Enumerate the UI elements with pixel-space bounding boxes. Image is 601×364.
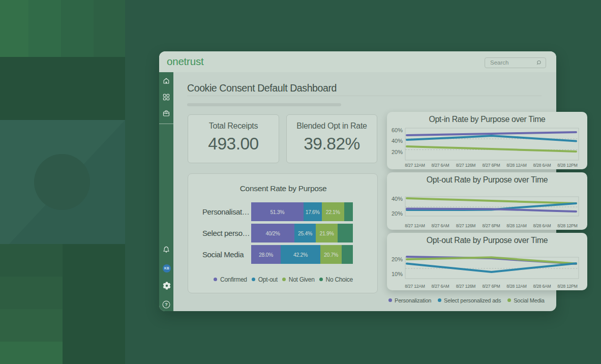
- svg-text:8/27 6AM: 8/27 6AM: [432, 223, 449, 228]
- svg-text:8/27 6AM: 8/27 6AM: [432, 284, 449, 289]
- svg-text:8/27 12AM: 8/27 12AM: [405, 284, 425, 289]
- svg-text:8/27 12AM: 8/27 12AM: [405, 163, 425, 168]
- svg-text:8/28 6AM: 8/28 6AM: [533, 163, 551, 168]
- svg-text:8/28 6AM: 8/28 6AM: [533, 284, 551, 289]
- svg-text:40%: 40%: [392, 138, 403, 144]
- svg-text:8/27 126M: 8/27 126M: [456, 163, 475, 168]
- svg-text:8/28 12AM: 8/28 12AM: [506, 223, 526, 228]
- svg-text:8/27 12AM: 8/27 12AM: [405, 223, 425, 228]
- svg-text:60%: 60%: [392, 127, 403, 133]
- svg-text:8/27 6PM: 8/27 6PM: [483, 163, 500, 168]
- svg-text:8/27 126M: 8/27 126M: [456, 284, 475, 289]
- svg-text:8/27 6PM: 8/27 6PM: [483, 223, 500, 228]
- svg-text:10%: 10%: [392, 271, 403, 277]
- svg-text:?: ?: [165, 301, 168, 307]
- svg-text:8/28 12AM: 8/28 12AM: [506, 163, 526, 168]
- svg-text:8/28 12AM: 8/28 12AM: [506, 284, 526, 289]
- svg-text:8/28 6AM: 8/28 6AM: [533, 223, 551, 228]
- svg-text:20%: 20%: [392, 149, 403, 155]
- svg-text:8/27 6PM: 8/27 6PM: [483, 284, 500, 289]
- svg-text:8/28 12PM: 8/28 12PM: [557, 284, 577, 289]
- svg-text:20%: 20%: [392, 256, 403, 262]
- svg-text:40%: 40%: [392, 196, 403, 202]
- svg-text:8/27 126M: 8/27 126M: [456, 223, 475, 228]
- svg-text:20%: 20%: [392, 210, 403, 217]
- svg-text:8/27 6AM: 8/27 6AM: [432, 163, 449, 168]
- svg-text:8/28 12PM: 8/28 12PM: [557, 163, 577, 168]
- svg-text:8/28 12PM: 8/28 12PM: [557, 223, 577, 228]
